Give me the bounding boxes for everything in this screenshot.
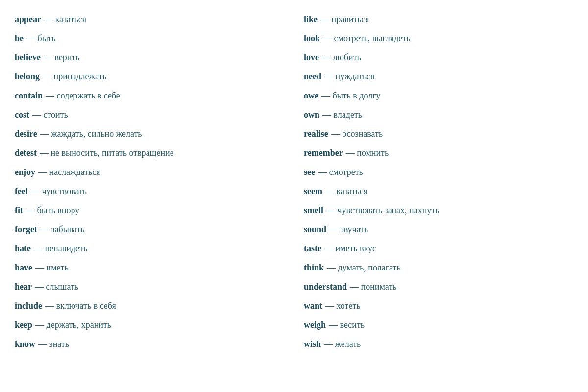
word-english: understand	[304, 280, 347, 294]
word-translation: — наслаждаться	[38, 166, 100, 179]
word-entry: like — нравиться	[304, 10, 573, 29]
word-entry: taste — иметь вкус	[304, 239, 573, 258]
word-entry: fit — быть впору	[15, 201, 284, 220]
word-english: hear	[15, 280, 32, 294]
word-translation: — принадлежать	[43, 70, 107, 83]
word-english: taste	[304, 242, 321, 255]
word-english: remember	[304, 147, 343, 160]
word-translation: — хотеть	[325, 299, 361, 313]
word-english: keep	[15, 318, 32, 332]
word-english: smell	[304, 204, 323, 217]
word-entry: hear — слышать	[15, 277, 284, 296]
word-entry: keep — держать, хранить	[15, 316, 284, 335]
word-english: belong	[15, 70, 40, 83]
word-entry: look — смотреть, выглядеть	[304, 29, 573, 48]
word-translation: — думать, полагать	[327, 261, 401, 274]
word-entry: include — включать в себя	[15, 296, 284, 316]
word-translation: — иметь вкус	[324, 242, 376, 255]
word-translation: — смотреть, выглядеть	[323, 32, 410, 45]
word-translation: — весить	[329, 318, 365, 332]
word-translation: — быть в долгу	[321, 89, 381, 102]
word-entry: cost — стоить	[15, 105, 284, 124]
word-translation: — понимать	[350, 280, 396, 294]
word-translation: — нуждаться	[324, 70, 374, 83]
word-english: need	[304, 70, 321, 83]
word-english: hate	[15, 242, 31, 255]
word-english: own	[304, 108, 319, 122]
word-english: cost	[15, 108, 29, 122]
word-entry: understand — понимать	[304, 277, 573, 296]
word-translation: — желать	[324, 338, 361, 351]
word-entry: seem — казаться	[304, 182, 573, 201]
word-english: look	[304, 32, 320, 45]
word-english: realise	[304, 127, 328, 141]
word-english: want	[304, 299, 322, 313]
word-entry: enjoy — наслаждаться	[15, 163, 284, 182]
word-translation: — чувствовать	[31, 185, 87, 198]
word-entry: desire — жаждать, сильно желать	[15, 124, 284, 144]
word-english: appear	[15, 13, 41, 26]
word-entry: appear — казаться	[15, 10, 284, 29]
word-translation: — казаться	[325, 185, 368, 198]
word-english: have	[15, 261, 32, 274]
word-entry: see — смотреть	[304, 163, 573, 182]
word-translation: — смотреть	[318, 166, 363, 179]
word-translation: — содержать в себе	[46, 89, 120, 102]
right-column: like — нравитьсяlook — смотреть, выгляде…	[304, 10, 573, 354]
word-entry: know — знать	[15, 335, 284, 354]
word-english: seem	[304, 185, 322, 198]
word-entry: remember — помнить	[304, 144, 573, 163]
word-entry: owe — быть в долгу	[304, 86, 573, 105]
word-translation: — владеть	[322, 108, 362, 122]
word-translation: — любить	[322, 51, 361, 64]
word-english: be	[15, 32, 24, 45]
left-column: appear — казатьсяbe — бытьbelieve — вери…	[15, 10, 284, 354]
word-translation: — чувствовать запах, пахнуть	[326, 204, 439, 217]
word-english: weigh	[304, 318, 326, 332]
word-translation: — осознавать	[331, 127, 383, 141]
word-translation: — стоить	[32, 108, 68, 122]
word-entry: believe — верить	[15, 48, 284, 67]
word-english: know	[15, 338, 35, 351]
word-translation: — верить	[44, 51, 80, 64]
word-english: owe	[304, 89, 318, 102]
word-translation: — быть впору	[26, 204, 79, 217]
word-entry: contain — содержать в себе	[15, 86, 284, 105]
word-entry: own — владеть	[304, 105, 573, 124]
word-entry: feel — чувствовать	[15, 182, 284, 201]
word-entry: realise — осознавать	[304, 124, 573, 144]
word-entry: think — думать, полагать	[304, 258, 573, 277]
word-translation: — знать	[38, 338, 69, 351]
word-english: wish	[304, 338, 321, 351]
word-translation: — забывать	[40, 223, 85, 236]
word-entry: love — любить	[304, 48, 573, 67]
word-english: enjoy	[15, 166, 35, 179]
vocabulary-table: appear — казатьсяbe — бытьbelieve — вери…	[15, 10, 573, 354]
word-entry: sound — звучать	[304, 220, 573, 239]
word-english: detest	[15, 147, 37, 160]
word-entry: want — хотеть	[304, 296, 573, 316]
word-english: like	[304, 13, 318, 26]
word-translation: — казаться	[44, 13, 86, 26]
word-entry: weigh — весить	[304, 316, 573, 335]
word-translation: — жаждать, сильно желать	[40, 127, 142, 141]
word-entry: wish — желать	[304, 335, 573, 354]
word-english: think	[304, 261, 324, 274]
word-english: sound	[304, 223, 326, 236]
word-entry: detest — не выносить, питать отвращение	[15, 144, 284, 163]
word-english: contain	[15, 89, 43, 102]
word-translation: — иметь	[35, 261, 69, 274]
word-translation: — ненавидеть	[34, 242, 87, 255]
word-translation: — держать, хранить	[35, 318, 111, 332]
word-english: desire	[15, 127, 37, 141]
word-translation: — звучать	[329, 223, 368, 236]
word-translation: — включать в себя	[45, 299, 116, 313]
word-english: feel	[15, 185, 28, 198]
word-entry: smell — чувствовать запах, пахнуть	[304, 201, 573, 220]
word-translation: — слышать	[35, 280, 78, 294]
word-entry: be — быть	[15, 29, 284, 48]
word-entry: need — нуждаться	[304, 67, 573, 86]
word-english: forget	[15, 223, 37, 236]
word-english: love	[304, 51, 319, 64]
word-translation: — нравиться	[320, 13, 369, 26]
